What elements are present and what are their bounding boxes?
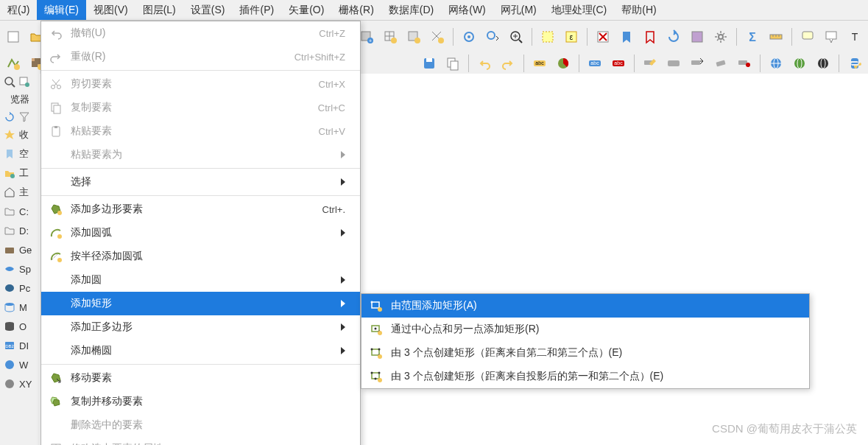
diagram-icon[interactable] <box>553 53 574 74</box>
magnify-icon[interactable] <box>3 75 16 88</box>
measure-icon[interactable] <box>766 27 786 47</box>
add-arc-item[interactable]: 添加圆弧 <box>41 221 360 245</box>
menu-edit[interactable]: 编辑(E) <box>37 0 86 20</box>
layer-mesh-icon[interactable] <box>427 27 448 47</box>
svg-text:T: T <box>852 31 858 43</box>
svg-point-77 <box>57 85 61 89</box>
show-label-icon[interactable] <box>663 53 684 74</box>
menu-view[interactable]: 视图(V) <box>86 0 135 20</box>
identify-arrow-icon[interactable] <box>482 27 503 47</box>
drive-c-item[interactable]: C: <box>0 202 40 221</box>
cut-item[interactable]: 剪切要素Ctrl+X <box>41 72 360 96</box>
add-polygon-item[interactable]: 添加多边形要素Ctrl+. <box>41 197 360 221</box>
change-label-icon[interactable] <box>734 53 755 74</box>
menu-processing[interactable]: 地理处理(C) <box>544 0 614 20</box>
redo2-icon[interactable] <box>498 53 518 74</box>
menu-database[interactable]: 数据库(D) <box>381 0 441 20</box>
filter-browser-icon[interactable] <box>18 111 31 124</box>
menu-plugins[interactable]: 插件(P) <box>232 0 281 20</box>
layer-grid-icon[interactable] <box>380 27 401 47</box>
move-label-icon[interactable] <box>687 53 708 74</box>
menu-raster[interactable]: 栅格(R) <box>331 0 381 20</box>
copy-move-icon <box>47 393 65 410</box>
svg-rect-40 <box>426 58 432 62</box>
move-feature-item[interactable]: 移动要素 <box>41 366 360 390</box>
rotate-label-icon[interactable] <box>710 53 731 74</box>
add-circle-item[interactable]: 添加圆 <box>41 268 360 292</box>
paste-as-item[interactable]: 粘贴要素为 <box>41 143 360 167</box>
add-rectangle-item[interactable]: 添加矩形 <box>41 292 360 315</box>
rect-3points-proj-item[interactable]: 由 3 个点创建矩形（距离来自投影后的第一和第二个点）(E) <box>361 365 809 388</box>
label-red-icon[interactable]: abc <box>608 53 629 74</box>
add-regular-polygon-item[interactable]: 添加正多边形 <box>41 315 360 339</box>
text-annotation-icon[interactable]: T <box>844 27 865 47</box>
undo2-icon[interactable] <box>474 53 495 74</box>
svg-point-12 <box>467 35 470 38</box>
redo-item[interactable]: 重做(R)Ctrl+Shift+Z <box>41 45 360 69</box>
style-icon[interactable] <box>687 27 708 47</box>
svg-rect-91 <box>372 302 379 308</box>
globe2-icon[interactable] <box>789 53 810 74</box>
refresh-browser-icon[interactable] <box>3 111 16 124</box>
pin-label-icon[interactable] <box>640 53 660 74</box>
menu-network[interactable]: 网络(W) <box>441 0 493 20</box>
svg-point-84 <box>57 211 62 215</box>
copy-layer-icon[interactable] <box>442 53 463 74</box>
geopackage-item[interactable]: Ge <box>0 240 40 259</box>
rect-center-item[interactable]: 通过中心点和另一点添加矩形(R) <box>361 318 809 341</box>
zoom-in-icon[interactable] <box>506 27 526 47</box>
menu-layer[interactable]: 图层(L) <box>135 0 183 20</box>
paste-item[interactable]: 粘贴要素Ctrl+V <box>41 119 360 143</box>
wms-item[interactable]: W <box>0 355 40 374</box>
add-vector-icon[interactable] <box>3 53 24 74</box>
new-project-icon[interactable] <box>3 27 24 47</box>
label-icon[interactable]: abc <box>529 53 550 74</box>
xyz-item[interactable]: XY <box>0 374 40 393</box>
label-bg-icon[interactable]: abc <box>585 53 605 74</box>
copy-item[interactable]: 复制要素Ctrl+C <box>41 96 360 119</box>
bookmark-add-icon[interactable] <box>640 27 660 47</box>
sum-icon[interactable]: Σ <box>742 27 763 47</box>
db2-item[interactable]: DB2DI <box>0 336 40 355</box>
menu-project[interactable]: 程(J) <box>0 0 37 20</box>
oracle-item[interactable]: O <box>0 317 40 336</box>
maptips-icon[interactable] <box>797 27 818 47</box>
spatialite-item[interactable]: Sp <box>0 259 40 278</box>
copy-move-feature-item[interactable]: 复制并移动要素 <box>41 390 360 413</box>
rect-3points-item[interactable]: 由 3 个点创建矩形（距离来自第二和第三个点）(E) <box>361 341 809 365</box>
drive-d-item[interactable]: D: <box>0 221 40 240</box>
delete-selected-item[interactable]: 删除选中的要素 <box>41 413 360 437</box>
identify-icon[interactable] <box>459 27 479 47</box>
svg-text:DB2: DB2 <box>5 344 14 348</box>
layer-temp-icon[interactable] <box>403 27 424 47</box>
menu-vector[interactable]: 矢量(O) <box>281 0 331 20</box>
add-ellipse-item[interactable]: 添加椭圆 <box>41 339 360 362</box>
menu-settings[interactable]: 设置(S) <box>183 0 233 20</box>
globe3-icon[interactable] <box>813 53 833 74</box>
globe1-icon[interactable] <box>766 53 786 74</box>
refresh-icon[interactable] <box>663 27 684 47</box>
edit-attributes-item[interactable]: 修改选中要素的属性 <box>41 437 360 445</box>
bookmark-icon[interactable] <box>616 27 637 47</box>
menu-mesh[interactable]: 网孔(M) <box>493 0 544 20</box>
submenu-arrow-icon <box>341 276 345 284</box>
save-layer-icon[interactable] <box>419 53 440 74</box>
favorites-item[interactable]: 收 <box>0 125 40 144</box>
select-expr-icon[interactable]: ε <box>561 27 582 47</box>
home-item[interactable]: 主 <box>0 183 40 202</box>
spatial-bookmarks-item[interactable]: 空 <box>0 144 40 164</box>
mssql-item[interactable]: M <box>0 298 40 317</box>
select-rect-icon[interactable] <box>537 27 558 47</box>
postgres-item[interactable]: Pc <box>0 278 40 298</box>
rect-extent-item[interactable]: 由范围添加矩形(A) <box>361 294 809 318</box>
undo-item[interactable]: 撤销(U)Ctrl+Z <box>41 21 360 45</box>
menu-help[interactable]: 帮助(H) <box>614 0 663 20</box>
annotation-icon[interactable] <box>821 27 841 47</box>
python-icon[interactable] <box>844 53 865 74</box>
add-arc-radius-item[interactable]: 按半径添加圆弧 <box>41 245 360 268</box>
gear-icon[interactable] <box>710 27 731 47</box>
project-home-item[interactable]: 工 <box>0 164 40 183</box>
deselect-icon[interactable] <box>593 27 613 47</box>
select-item[interactable]: 选择 <box>41 170 360 194</box>
add-layer-icon[interactable] <box>18 75 31 88</box>
